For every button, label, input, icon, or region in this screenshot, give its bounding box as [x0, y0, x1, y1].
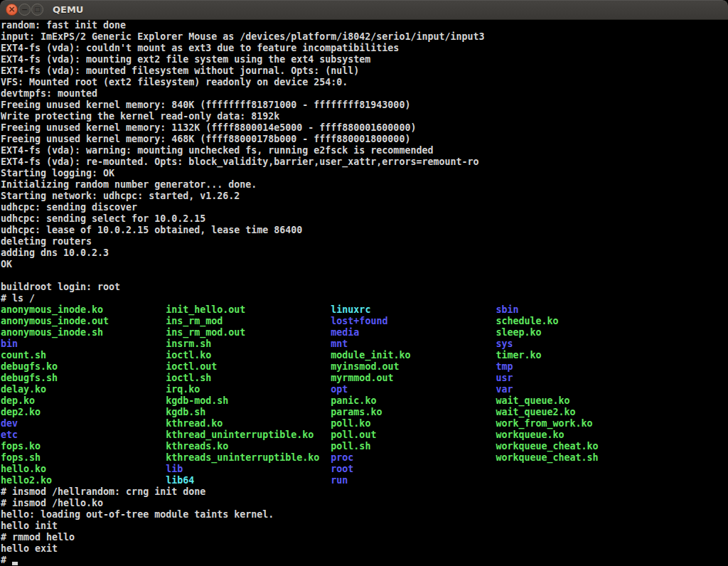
file-entry: sbin	[496, 304, 519, 315]
terminal-line: Freeing unused kernel memory: 840K (ffff…	[1, 100, 728, 111]
file-entry: proc	[331, 452, 496, 463]
file-entry: module_init.ko	[331, 350, 496, 361]
terminal-line: count.sh ioctl.ko module_init.ko timer.k…	[1, 350, 728, 361]
file-entry: timer.ko	[496, 350, 542, 361]
file-entry: workqueue.ko	[496, 429, 564, 440]
file-entry: etc	[1, 429, 166, 440]
file-entry: insrm.sh	[166, 338, 331, 349]
terminal-line: anonymous_inode.sh ins_rm_mod.out media …	[1, 327, 728, 338]
terminal-line: # insmod /hello.ko	[1, 498, 728, 509]
minimize-button[interactable]: −	[18, 4, 31, 16]
file-entry: wait_queue.ko	[496, 395, 570, 406]
file-entry: kgdb-mod.sh	[166, 395, 331, 406]
file-entry: kthreads_uninterruptible.ko	[166, 452, 331, 463]
window-title: QEMU	[53, 4, 83, 15]
file-entry: irq.ko	[166, 384, 331, 395]
file-entry: hello2.ko	[1, 475, 166, 486]
shell-prompt-line: #	[1, 555, 728, 566]
terminal-line: random: fast init done	[1, 20, 728, 31]
terminal-line: delay.ko irq.ko opt var	[1, 384, 728, 395]
file-entry: var	[496, 384, 513, 395]
file-entry: sys	[496, 338, 513, 349]
qemu-window: × − □ QEMU random: fast init doneinput: …	[0, 0, 728, 566]
terminal-line: bin insrm.sh mnt sys	[1, 338, 728, 350]
file-entry: ins_rm_mod.out	[166, 327, 331, 338]
terminal-line: udhcpc: lease of 10.0.2.15 obtained, lea…	[1, 225, 728, 236]
file-entry: wait_queue2.ko	[496, 407, 576, 417]
terminal-line: # ls /	[1, 293, 728, 304]
terminal-line	[1, 270, 728, 282]
file-entry: work_from_work.ko	[496, 418, 593, 429]
file-entry: usr	[496, 373, 513, 383]
file-entry: schedule.ko	[496, 316, 559, 326]
file-entry: fops.sh	[1, 452, 166, 463]
terminal-line: Starting network: udhcpc: started, v1.26…	[1, 191, 728, 202]
file-entry: kgdb.sh	[166, 407, 331, 417]
file-entry: opt	[331, 384, 496, 395]
file-entry: fops.ko	[1, 441, 166, 452]
file-entry: delay.ko	[1, 384, 166, 395]
terminal-line: fops.sh kthreads_uninterruptible.ko proc…	[1, 452, 728, 464]
terminal-line: Freeing unused kernel memory: 1132K (fff…	[1, 122, 728, 134]
terminal-line: etc kthread_uninterruptible.ko poll.out …	[1, 429, 728, 441]
file-entry: dep2.ko	[1, 407, 166, 417]
file-entry: count.sh	[1, 350, 166, 361]
file-entry: bin	[1, 338, 166, 349]
file-entry: anonymous_inode.sh	[1, 327, 166, 338]
file-entry: kthread.ko	[166, 418, 331, 429]
file-entry: mnt	[331, 338, 496, 349]
file-entry: anonymous_inode.ko	[1, 304, 166, 315]
file-entry: kthreads.ko	[166, 441, 331, 452]
terminal-line: debugfs.ko ioctl.out myinsmod.out tmp	[1, 361, 728, 373]
terminal-line: EXT4-fs (vda): warning: mounting uncheck…	[1, 145, 728, 156]
file-entry: lost+found	[331, 316, 496, 326]
minimize-icon: −	[21, 6, 28, 14]
terminal-line: EXT4-fs (vda): mounted filesystem withou…	[1, 65, 728, 77]
terminal-line: Starting logging: OK	[1, 168, 728, 179]
maximize-button[interactable]: □	[31, 4, 43, 16]
terminal-line: devtmpfs: mounted	[1, 88, 728, 100]
close-button[interactable]: ×	[6, 4, 18, 16]
terminal-line: anonymous_inode.out ins_rm_mod lost+foun…	[1, 316, 728, 327]
terminal-line: hello init	[1, 520, 728, 532]
file-entry: poll.sh	[331, 441, 496, 452]
text-cursor	[12, 562, 18, 565]
terminal-line: dev kthread.ko poll.ko work_from_work.ko	[1, 418, 728, 429]
file-entry: init_hello.out	[166, 304, 331, 315]
file-entry: kthread_uninterruptible.ko	[166, 429, 331, 440]
terminal-line: Freeing unused kernel memory: 468K (ffff…	[1, 134, 728, 145]
terminal-line: udhcpc: sending select for 10.0.2.15	[1, 213, 728, 225]
file-entry: ins_rm_mod	[166, 316, 331, 326]
file-entry: myrmmod.out	[331, 373, 496, 383]
file-entry: myinsmod.out	[331, 361, 496, 372]
titlebar[interactable]: × − □ QEMU	[0, 0, 728, 20]
terminal-line: buildroot login: root	[1, 282, 728, 293]
terminal-line: fops.ko kthreads.ko poll.sh workqueue_ch…	[1, 441, 728, 452]
file-entry: params.ko	[331, 407, 496, 417]
terminal-line: input: ImExPS/2 Generic Explorer Mouse a…	[1, 31, 728, 43]
terminal-line: deleting routers	[1, 236, 728, 247]
file-entry: media	[331, 327, 496, 338]
file-entry: poll.ko	[331, 418, 496, 429]
file-entry: panic.ko	[331, 395, 496, 406]
file-entry: linuxrc	[331, 304, 496, 315]
file-entry: ioctl.ko	[166, 350, 331, 361]
file-entry: tmp	[496, 361, 513, 372]
terminal-line: EXT4-fs (vda): re-mounted. Opts: block_v…	[1, 156, 728, 168]
terminal-line: udhcpc: sending discover	[1, 202, 728, 213]
file-entry: dev	[1, 418, 166, 429]
file-entry: hello.ko	[1, 464, 166, 474]
terminal-line: hello2.ko lib64 run	[1, 475, 728, 486]
terminal-line: EXT4-fs (vda): mounting ext2 file system…	[1, 54, 728, 65]
terminal-line: dep.ko kgdb-mod.sh panic.ko wait_queue.k…	[1, 395, 728, 407]
file-entry: workqueue_cheat.ko	[496, 441, 599, 452]
terminal-screen[interactable]: random: fast init doneinput: ImExPS/2 Ge…	[0, 20, 728, 566]
terminal-line: hello.ko lib root	[1, 464, 728, 475]
file-entry: ioctl.sh	[166, 373, 331, 383]
file-entry: dep.ko	[1, 395, 166, 406]
file-entry: root	[331, 464, 353, 474]
file-entry: lib64	[166, 475, 331, 486]
file-entry: debugfs.ko	[1, 361, 166, 372]
terminal-line: Write protecting the kernel read-only da…	[1, 111, 728, 122]
terminal-line: hello exit	[1, 543, 728, 555]
